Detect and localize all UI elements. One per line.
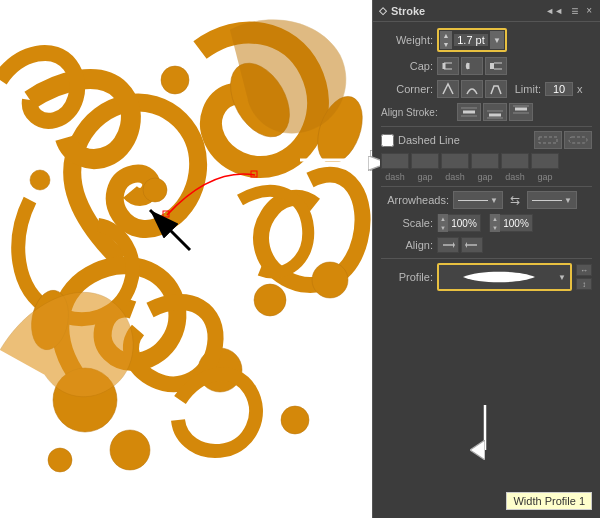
canvas-area: [0, 0, 375, 518]
dashed-line-label[interactable]: Dashed Line: [381, 134, 460, 147]
profile-select[interactable]: ▼: [437, 263, 572, 291]
svg-rect-27: [490, 63, 494, 69]
divider-3: [381, 258, 592, 259]
arrowhead-left-dropdown[interactable]: ▼: [490, 196, 498, 205]
round-cap-btn[interactable]: [461, 57, 483, 75]
outside-align-btn[interactable]: [509, 103, 533, 121]
align-arr-row: Align:: [381, 237, 592, 253]
profile-label: Profile:: [381, 271, 433, 283]
dash-input-1[interactable]: [381, 153, 409, 169]
arrowhead-swap-btn[interactable]: ⇆: [507, 192, 523, 208]
profile-row: Profile: ▼ ↔ ↕: [381, 263, 592, 291]
weight-input[interactable]: [454, 34, 488, 46]
dash-corner-btn2[interactable]: [564, 131, 592, 149]
weight-dropdown[interactable]: ▼: [490, 31, 504, 49]
scale-input-1[interactable]: [448, 218, 480, 229]
svg-marker-42: [453, 242, 455, 248]
dash-label-2: dash: [441, 172, 469, 182]
gap-input-3[interactable]: [531, 153, 559, 169]
dash-inputs: [381, 153, 592, 169]
weight-spinner[interactable]: ▲ ▼: [440, 31, 452, 49]
miter-join-btn[interactable]: [437, 80, 459, 98]
dash-input-3[interactable]: [501, 153, 529, 169]
svg-point-12: [281, 406, 309, 434]
dash-label-1: dash: [381, 172, 409, 182]
corner-buttons: [437, 80, 507, 98]
gap-input-2[interactable]: [471, 153, 499, 169]
square-cap-btn[interactable]: [485, 57, 507, 75]
dash-corner-btn1[interactable]: [534, 131, 562, 149]
corner-label: Corner:: [381, 83, 433, 95]
arrowhead-left-line: [458, 200, 488, 201]
profile-flip-v-btn[interactable]: ↕: [576, 278, 592, 290]
align-stroke-row: Align Stroke:: [381, 103, 592, 121]
svg-point-13: [110, 430, 150, 470]
scale-control-2: ▲ ▼: [489, 214, 533, 232]
profile-dropdown-arrow[interactable]: ▼: [558, 273, 566, 282]
align-arr-right-btn[interactable]: [461, 237, 483, 253]
panel-content: Weight: ▲ ▼ ▼ Cap:: [373, 22, 600, 297]
scale-up-1[interactable]: ▲: [438, 214, 448, 223]
svg-rect-40: [569, 137, 587, 143]
weight-down-btn[interactable]: ▼: [440, 40, 452, 49]
align-stroke-label: Align Stroke:: [381, 107, 453, 118]
profile-flip-h-btn[interactable]: ↔: [576, 264, 592, 276]
svg-point-5: [143, 178, 167, 202]
dashed-checkbox[interactable]: [381, 134, 394, 147]
align-arr-left-btn[interactable]: [437, 237, 459, 253]
weight-control: ▲ ▼ ▼: [437, 28, 507, 52]
arrowhead-right-dropdown[interactable]: ▼: [564, 196, 572, 205]
svg-marker-44: [465, 242, 467, 248]
dash-label-3: dash: [501, 172, 529, 182]
cap-buttons: [437, 57, 507, 75]
svg-point-14: [48, 448, 72, 472]
cap-row: Cap:: [381, 57, 592, 75]
butt-cap-btn[interactable]: [437, 57, 459, 75]
tooltip: Width Profile 1: [506, 492, 592, 510]
gap-input-1[interactable]: [411, 153, 439, 169]
panel-title: ◇ Stroke: [379, 5, 425, 17]
bevel-join-btn[interactable]: [485, 80, 507, 98]
scale-input-2[interactable]: [500, 218, 532, 229]
align-arr-label: Align:: [381, 239, 433, 251]
gap-label-1: gap: [411, 172, 439, 182]
svg-point-11: [30, 170, 50, 190]
scale-down-1[interactable]: ▼: [438, 223, 448, 232]
round-join-btn[interactable]: [461, 80, 483, 98]
gap-label-3: gap: [531, 172, 559, 182]
stroke-panel: ◇ Stroke ◄◄ ≡ × Weight: ▲ ▼ ▼ Cap:: [372, 0, 600, 518]
dashed-corner-btns: [534, 131, 592, 149]
dashed-label-text: Dashed Line: [398, 134, 460, 146]
tooltip-text: Width Profile 1: [513, 495, 585, 507]
dashed-line-row: Dashed Line: [381, 131, 592, 149]
panel-close-button[interactable]: ×: [584, 5, 594, 16]
scale-spinner-1[interactable]: ▲ ▼: [438, 214, 448, 232]
scale-row: Scale: ▲ ▼ ▲ ▼: [381, 214, 592, 232]
panel-title-label: Stroke: [391, 5, 425, 17]
dash-input-2[interactable]: [441, 153, 469, 169]
limit-label: Limit:: [511, 83, 541, 95]
scale-down-2[interactable]: ▼: [490, 223, 500, 232]
svg-rect-39: [539, 137, 557, 143]
panel-menu-button[interactable]: ≡: [569, 4, 580, 18]
arrowhead-left-select[interactable]: ▼: [453, 191, 503, 209]
weight-row: Weight: ▲ ▼ ▼: [381, 28, 592, 52]
dash-labels: dash gap dash gap dash gap: [381, 172, 592, 182]
limit-input[interactable]: [545, 82, 573, 96]
scale-label: Scale:: [381, 217, 433, 229]
scale-control-1: ▲ ▼: [437, 214, 481, 232]
panel-titlebar: ◇ Stroke ◄◄ ≡ ×: [373, 0, 600, 22]
arrowhead-right-line: [532, 200, 562, 201]
profile-preview: [443, 267, 554, 287]
limit-x: x: [577, 83, 583, 95]
collapse-button[interactable]: ◄◄: [543, 6, 565, 16]
scale-up-2[interactable]: ▲: [490, 214, 500, 223]
divider-2: [381, 186, 592, 187]
arrowhead-right-select[interactable]: ▼: [527, 191, 577, 209]
scale-spinner-2[interactable]: ▲ ▼: [490, 214, 500, 232]
center-align-btn[interactable]: [457, 103, 481, 121]
weight-label: Weight:: [381, 34, 433, 46]
inside-align-btn[interactable]: [483, 103, 507, 121]
svg-point-10: [312, 262, 348, 298]
weight-up-btn[interactable]: ▲: [440, 31, 452, 40]
